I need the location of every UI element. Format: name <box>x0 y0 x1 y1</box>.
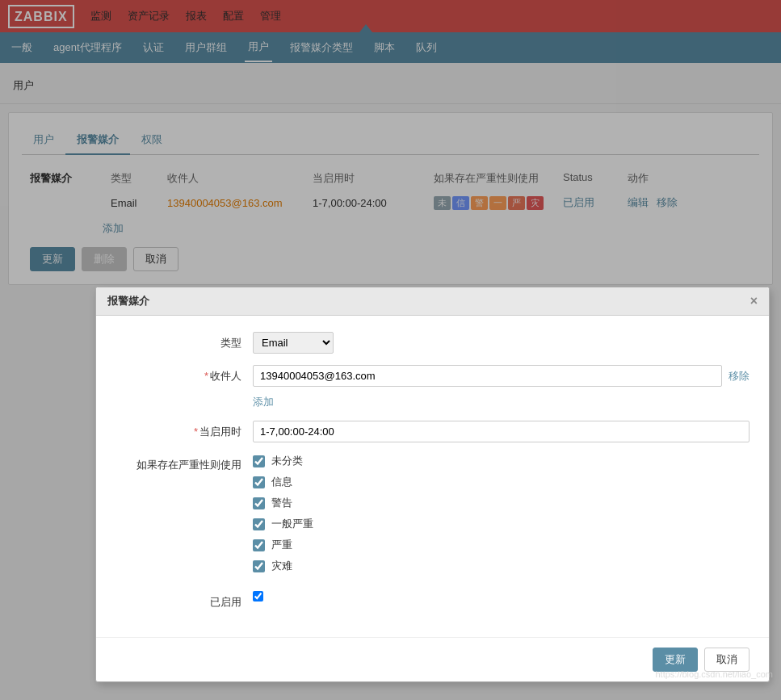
recipient-input[interactable] <box>253 365 722 387</box>
sev-checkbox-avg: 一般严重 <box>253 517 750 531</box>
remove-recipient-link[interactable]: 移除 <box>729 369 750 384</box>
sev-check-nc[interactable] <box>253 455 265 467</box>
severity-row: 如果存在严重性则使用 未分类 信息 警告 <box>115 454 750 580</box>
sev-label-avg: 一般严重 <box>271 517 313 531</box>
sev-check-avg[interactable] <box>253 518 265 530</box>
modal-cancel-button[interactable]: 取消 <box>704 648 750 672</box>
enabled-row: 已启用 <box>115 591 750 610</box>
recipient-row: *收件人 移除 添加 <box>115 365 750 409</box>
modal-update-button[interactable]: 更新 <box>653 648 698 672</box>
when-input[interactable] <box>253 421 750 442</box>
modal-overlay[interactable]: 报警媒介 × 类型 Email *收件人 <box>0 0 781 700</box>
close-icon[interactable]: × <box>750 295 758 308</box>
modal-dialog: 报警媒介 × 类型 Email *收件人 <box>95 287 770 682</box>
type-control: Email <box>253 332 750 354</box>
enabled-checkbox[interactable] <box>253 591 263 601</box>
sev-label-high: 严重 <box>271 538 292 552</box>
sev-label-info: 信息 <box>271 475 292 489</box>
modal-body: 类型 Email *收件人 移除 添加 <box>96 316 769 637</box>
severity-label: 如果存在严重性则使用 <box>115 454 253 472</box>
sev-label-nc: 未分类 <box>271 454 303 468</box>
enabled-control <box>253 591 750 601</box>
type-label: 类型 <box>115 332 253 350</box>
type-select[interactable]: Email <box>253 332 334 354</box>
sev-checkbox-disaster: 灾难 <box>253 559 750 573</box>
recipient-label: *收件人 <box>115 365 253 384</box>
sev-label-disaster: 灾难 <box>271 559 292 573</box>
sev-check-high[interactable] <box>253 539 265 551</box>
sev-checkbox-nc: 未分类 <box>253 454 750 468</box>
recipient-control: 移除 添加 <box>253 365 750 409</box>
when-row: *当启用时 <box>115 421 750 442</box>
sev-checkbox-info: 信息 <box>253 475 750 489</box>
sev-checkbox-high: 严重 <box>253 538 750 552</box>
severity-control: 未分类 信息 警告 一般严重 <box>253 454 750 580</box>
type-row: 类型 Email <box>115 332 750 354</box>
enabled-label: 已启用 <box>115 591 253 610</box>
sev-check-warn[interactable] <box>253 497 265 509</box>
when-label: *当启用时 <box>115 421 253 439</box>
sev-label-warn: 警告 <box>271 496 292 510</box>
when-control <box>253 421 750 442</box>
sev-check-info[interactable] <box>253 476 265 488</box>
watermark: https://blog.csdn.net/liao_com <box>655 669 773 679</box>
recipient-input-row: 移除 <box>253 365 750 387</box>
sev-checkbox-warn: 警告 <box>253 496 750 510</box>
modal-header: 报警媒介 × <box>96 287 769 316</box>
add-recipient-link[interactable]: 添加 <box>253 395 274 409</box>
modal-title: 报警媒介 <box>107 294 149 308</box>
sev-check-disaster[interactable] <box>253 560 265 572</box>
